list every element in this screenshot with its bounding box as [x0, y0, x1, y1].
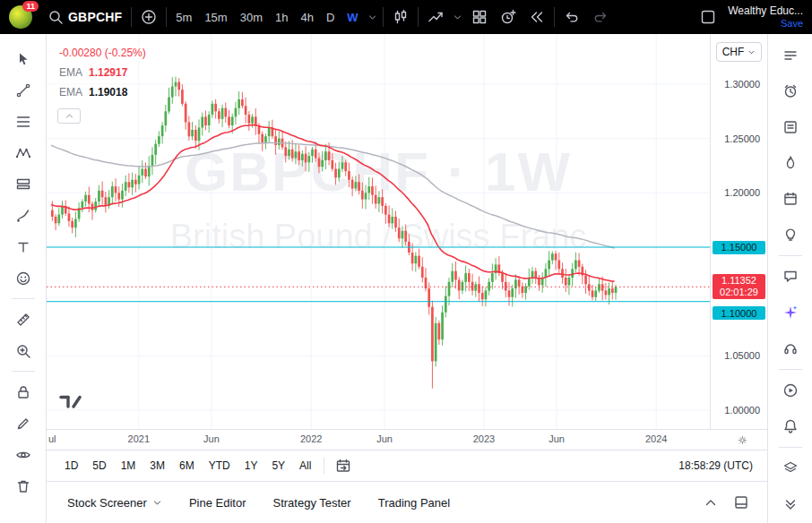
range-all[interactable]: All [292, 456, 318, 476]
range-3m[interactable]: 3M [143, 456, 172, 476]
layout-info[interactable]: Wealthy Educ... Save [728, 5, 803, 29]
chart-style-button[interactable] [386, 0, 415, 34]
legend-indicator-row[interactable]: EMA 1.19018 [54, 84, 133, 100]
tool-fib-retracement[interactable] [7, 106, 39, 137]
time-tick-label: ul [48, 433, 56, 444]
panel-expand-button[interactable] [701, 493, 721, 512]
layout-name: Wealthy Educ... [728, 5, 803, 18]
panel-tutorials-play[interactable] [774, 373, 807, 408]
tool-long-position[interactable] [7, 168, 39, 200]
tool-xabcd-pattern[interactable] [7, 137, 39, 168]
tool-text[interactable] [7, 231, 39, 262]
range-6m[interactable]: 6M [172, 456, 202, 476]
tab-label: Pine Editor [189, 496, 246, 510]
go-to-date-icon [335, 458, 351, 474]
panel-notifications-bell[interactable] [774, 408, 807, 444]
legend-change-row: -0.00280 (-0.25%) [54, 45, 151, 61]
interval-30m[interactable]: 30m [234, 0, 269, 34]
panel-ai-sparkle[interactable] [774, 295, 807, 330]
app-logo[interactable]: 11 [0, 0, 41, 34]
currency-dropdown[interactable]: CHF [716, 42, 762, 62]
tool-lock[interactable] [7, 376, 39, 407]
caret-down-icon [367, 13, 377, 22]
tool-edit[interactable] [7, 407, 39, 439]
tool-trend-line[interactable] [7, 74, 39, 106]
range-ytd[interactable]: YTD [202, 456, 238, 476]
tab-label: Stock Screener [67, 496, 147, 510]
search-icon [48, 9, 64, 25]
tab-pine-editor[interactable]: Pine Editor [176, 482, 260, 523]
time-tick-label: 2022 [300, 433, 322, 444]
tab-label: Trading Panel [378, 496, 450, 510]
tool-emoji[interactable] [7, 262, 39, 294]
create-alert-button[interactable] [494, 0, 523, 34]
tab-stock-screener[interactable]: Stock Screener [54, 482, 176, 523]
panel-watchlist[interactable] [774, 38, 807, 73]
range-5y[interactable]: 5Y [264, 456, 292, 476]
panel-chat[interactable] [774, 259, 807, 295]
axis-settings-button[interactable] [730, 431, 755, 449]
panel-ideas-lightbulb[interactable] [774, 217, 807, 253]
panel-help-headset[interactable] [774, 330, 807, 366]
go-to-date-button[interactable] [330, 456, 357, 476]
tool-zoom-in[interactable] [7, 335, 39, 366]
panel-hotlist-flame[interactable] [774, 145, 807, 181]
layout-grid-button[interactable] [465, 0, 494, 34]
panel-maximize-button[interactable] [731, 493, 751, 512]
panel-object-tree[interactable] [774, 450, 807, 486]
panel-calendar[interactable] [774, 181, 807, 217]
tool-brush[interactable] [7, 200, 39, 231]
undo-button[interactable] [557, 0, 586, 34]
tool-cursor[interactable] [7, 43, 39, 74]
save-button[interactable]: Save [781, 18, 803, 30]
interval-D[interactable]: D [320, 0, 341, 34]
interval-group: 5m15m30m1h4hDW [169, 0, 364, 34]
clock-utc[interactable]: 18:58:29 (UTC) [678, 459, 756, 472]
panel-collapse-chevron[interactable] [774, 486, 807, 522]
interval-5m[interactable]: 5m [169, 0, 198, 34]
legend-indicator-row[interactable]: EMA 1.12917 [54, 64, 133, 81]
range-5d[interactable]: 5D [85, 456, 113, 476]
indicator-value: 1.12917 [89, 66, 127, 79]
panel-news[interactable] [774, 109, 807, 145]
tab-strategy-tester[interactable]: Strategy Tester [259, 482, 364, 523]
range-1d[interactable]: 1D [57, 456, 85, 476]
indicators-icon [428, 9, 444, 25]
zoom-in-icon [15, 343, 31, 359]
interval-menu-button[interactable] [365, 0, 380, 34]
chat-icon [782, 269, 799, 285]
ema-line-30[interactable] [51, 125, 615, 282]
indicators-button[interactable] [421, 0, 450, 34]
candles-icon [393, 9, 409, 25]
compare-add-button[interactable] [134, 0, 163, 34]
interval-15m[interactable]: 15m [198, 0, 233, 34]
tab-trading-panel[interactable]: Trading Panel [365, 482, 463, 523]
range-1m[interactable]: 1M [114, 456, 143, 476]
indicators-menu-button[interactable] [450, 0, 465, 34]
range-1y[interactable]: 1Y [238, 456, 265, 476]
redo-button[interactable] [586, 0, 615, 34]
price-axis[interactable]: CHF 1.300001.250001.200001.050001.000001… [710, 34, 767, 429]
interval-1h[interactable]: 1h [269, 0, 294, 34]
tool-eye[interactable] [7, 439, 39, 470]
interval-4h[interactable]: 4h [294, 0, 319, 34]
text-icon [15, 239, 31, 255]
layout-select-button[interactable] [694, 0, 722, 34]
interval-W[interactable]: W [341, 0, 364, 34]
tradingview-app: 11 GBPCHF 5m15m30m1h4hDW Wealthy Educ...… [0, 0, 812, 523]
bar-replay-button[interactable] [523, 0, 551, 34]
tool-trash[interactable] [7, 470, 39, 502]
time-axis[interactable]: ul2021Jun2022Jun2023Jun2024 [47, 429, 767, 450]
ai-sparkle-icon [782, 304, 799, 321]
watchlist-icon [782, 47, 799, 64]
tradingview-logo[interactable] [59, 393, 82, 413]
ema-line-104[interactable] [51, 142, 615, 248]
chart-area[interactable]: GBPCHF · 1W British Pound / Swiss Franc … [47, 34, 710, 429]
panel-alert-clock[interactable] [774, 73, 807, 109]
symbol-search-button[interactable]: GBPCHF [41, 0, 128, 34]
tool-ruler[interactable] [7, 304, 39, 335]
legend-collapse-button[interactable] [57, 108, 81, 124]
ruler-icon [15, 312, 31, 328]
cursor-icon [15, 51, 31, 67]
date-range-bar: 1D5D1M3M6MYTD1Y5YAll 18:58:29 (UTC) [47, 450, 767, 481]
